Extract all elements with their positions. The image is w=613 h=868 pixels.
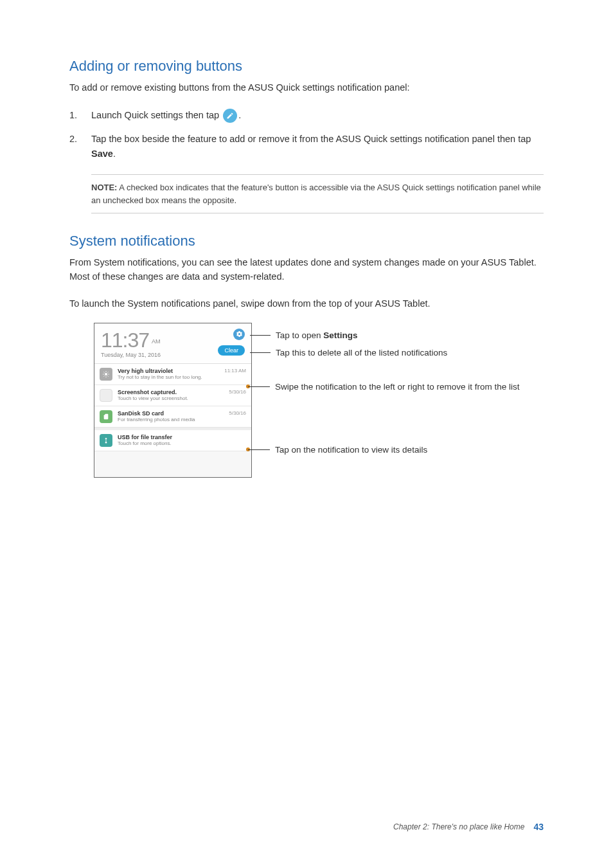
notif-time: 5/30/16: [229, 410, 246, 416]
usb-icon: [100, 434, 112, 447]
svg-line-6: [108, 375, 109, 376]
notif-title: USB for file transfer: [118, 434, 246, 440]
svg-point-0: [105, 373, 107, 375]
notif-sub: Touch for more options.: [118, 440, 246, 446]
page-footer: Chapter 2: There's no place like Home 43: [393, 822, 544, 832]
step-2-text: Tap the box beside the feature to add or…: [91, 132, 544, 161]
settings-button[interactable]: [233, 329, 245, 340]
notif-title: Screenshot captured.: [118, 389, 246, 395]
notif-sub: Touch to view your screenshot.: [118, 395, 246, 401]
sun-icon: [100, 368, 112, 381]
sdcard-icon: [100, 410, 112, 423]
clear-button[interactable]: Clear: [218, 345, 245, 356]
gear-icon: [236, 330, 243, 338]
callout-clear: Tap this to delete all of the listed not…: [250, 348, 447, 357]
sysnotif-p2: To launch the System notifications panel…: [69, 297, 544, 311]
notif-sub: Try not to stay in the sun for too long.: [118, 374, 246, 380]
notification-panel: 11:37AM Tuesday, May 31, 2016 Clear Very…: [94, 323, 252, 478]
step-1: 1. Launch Quick settings then tap .: [69, 108, 544, 123]
notification-usb[interactable]: USB for file transfer Touch for more opt…: [94, 428, 251, 451]
step-2: 2. Tap the box beside the feature to add…: [69, 132, 544, 161]
edit-quick-settings-icon: [223, 109, 237, 123]
screenshot-thumb-icon: [100, 389, 112, 402]
heading-adding-removing: Adding or removing buttons: [69, 58, 544, 75]
heading-system-notifications: System notifications: [69, 233, 544, 249]
notification-uv[interactable]: Very high ultraviolet Try not to stay in…: [94, 364, 251, 385]
notification-screenshot[interactable]: Screenshot captured. Touch to view your …: [94, 385, 251, 406]
panel-time: 11:37: [101, 330, 149, 350]
callout-settings: Tap to open Settings: [250, 330, 358, 340]
svg-marker-11: [105, 437, 107, 439]
svg-line-7: [103, 375, 104, 376]
svg-line-5: [103, 372, 104, 372]
note-label: NOTE:: [91, 183, 117, 192]
note-box: NOTE: A checked box indicates that the f…: [91, 174, 544, 213]
intro-text: To add or remove existing buttons from t…: [69, 81, 544, 95]
step-1-text: Launch Quick settings then tap .: [91, 108, 544, 123]
notif-title: SanDisk SD card: [118, 410, 246, 417]
note-text: A checked box indicates that the feature…: [91, 183, 541, 205]
notif-time: 5/30/16: [229, 389, 246, 395]
svg-line-8: [108, 372, 109, 372]
page-number: 43: [533, 822, 544, 832]
sysnotif-p1: From System notifications, you can see t…: [69, 256, 544, 284]
panel-ampm: AM: [152, 338, 161, 345]
panel-footer: [94, 451, 251, 477]
callout-swipe: Swipe the notification to the left or ri…: [246, 382, 519, 392]
step-2-number: 2.: [69, 132, 91, 147]
chapter-label: Chapter 2: There's no place like Home: [393, 822, 524, 831]
notification-sdcard[interactable]: SanDisk SD card For transferring photos …: [94, 406, 251, 428]
panel-header: 11:37AM Tuesday, May 31, 2016 Clear: [94, 323, 251, 364]
notif-time: 11:13 AM: [224, 368, 246, 374]
callout-detail: Tap on the notification to view its deta…: [246, 445, 427, 455]
notif-sub: For transferring photos and media: [118, 417, 246, 422]
step-1-number: 1.: [69, 108, 91, 123]
